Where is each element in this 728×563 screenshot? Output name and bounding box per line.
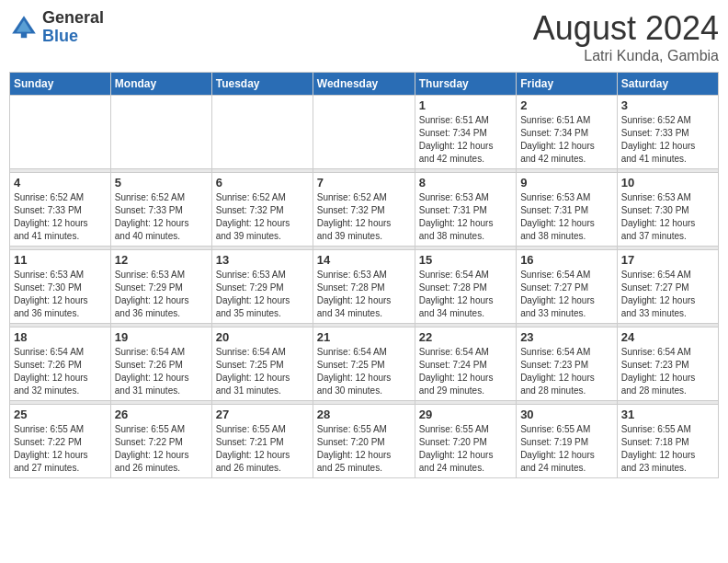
month-year-title: August 2024 xyxy=(533,9,719,48)
day-header-monday: Monday xyxy=(110,73,211,96)
title-block: August 2024 Latri Kunda, Gambia xyxy=(533,9,719,64)
day-number: 4 xyxy=(14,176,107,190)
calendar-week-row: 25Sunrise: 6:55 AM Sunset: 7:22 PM Dayli… xyxy=(10,405,719,478)
day-info: Sunrise: 6:52 AM Sunset: 7:33 PM Dayligh… xyxy=(115,191,208,243)
day-number: 26 xyxy=(115,408,208,421)
calendar-cell: 15Sunrise: 6:54 AM Sunset: 7:28 PM Dayli… xyxy=(415,250,516,324)
calendar-cell: 14Sunrise: 6:53 AM Sunset: 7:28 PM Dayli… xyxy=(313,250,415,324)
day-info: Sunrise: 6:55 AM Sunset: 7:20 PM Dayligh… xyxy=(317,423,411,475)
calendar-cell: 2Sunrise: 6:51 AM Sunset: 7:34 PM Daylig… xyxy=(517,96,618,169)
day-info: Sunrise: 6:53 AM Sunset: 7:28 PM Dayligh… xyxy=(317,269,411,320)
logo-icon xyxy=(9,13,39,42)
location-subtitle: Latri Kunda, Gambia xyxy=(533,48,719,64)
day-info: Sunrise: 6:54 AM Sunset: 7:26 PM Dayligh… xyxy=(14,346,107,397)
day-info: Sunrise: 6:54 AM Sunset: 7:23 PM Dayligh… xyxy=(621,346,714,397)
day-number: 11 xyxy=(14,253,107,267)
calendar-cell: 27Sunrise: 6:55 AM Sunset: 7:21 PM Dayli… xyxy=(211,405,313,478)
day-info: Sunrise: 6:52 AM Sunset: 7:33 PM Dayligh… xyxy=(621,114,714,166)
calendar-cell: 25Sunrise: 6:55 AM Sunset: 7:22 PM Dayli… xyxy=(10,405,111,478)
svg-rect-2 xyxy=(21,32,27,38)
calendar-cell: 28Sunrise: 6:55 AM Sunset: 7:20 PM Dayli… xyxy=(313,405,415,478)
calendar-cell: 30Sunrise: 6:55 AM Sunset: 7:19 PM Dayli… xyxy=(517,405,618,478)
day-info: Sunrise: 6:54 AM Sunset: 7:27 PM Dayligh… xyxy=(621,269,714,320)
day-number: 8 xyxy=(419,176,512,190)
day-info: Sunrise: 6:55 AM Sunset: 7:20 PM Dayligh… xyxy=(419,423,512,475)
day-info: Sunrise: 6:52 AM Sunset: 7:33 PM Dayligh… xyxy=(14,191,107,243)
calendar-cell xyxy=(211,96,313,169)
day-info: Sunrise: 6:53 AM Sunset: 7:30 PM Dayligh… xyxy=(14,269,107,320)
logo-general-text: General xyxy=(42,9,104,28)
day-info: Sunrise: 6:54 AM Sunset: 7:24 PM Dayligh… xyxy=(419,346,512,397)
calendar-cell xyxy=(10,96,111,169)
day-number: 22 xyxy=(419,330,512,344)
calendar-cell: 22Sunrise: 6:54 AM Sunset: 7:24 PM Dayli… xyxy=(415,327,516,401)
calendar-cell: 23Sunrise: 6:54 AM Sunset: 7:23 PM Dayli… xyxy=(517,327,618,401)
day-header-saturday: Saturday xyxy=(617,73,718,96)
calendar-cell: 16Sunrise: 6:54 AM Sunset: 7:27 PM Dayli… xyxy=(517,250,618,324)
day-number: 12 xyxy=(115,253,208,267)
calendar-week-row: 4Sunrise: 6:52 AM Sunset: 7:33 PM Daylig… xyxy=(10,173,719,247)
calendar-cell: 31Sunrise: 6:55 AM Sunset: 7:18 PM Dayli… xyxy=(617,405,718,478)
calendar-cell xyxy=(313,96,415,169)
day-number: 31 xyxy=(621,408,714,421)
day-header-friday: Friday xyxy=(517,73,618,96)
day-info: Sunrise: 6:54 AM Sunset: 7:26 PM Dayligh… xyxy=(115,346,208,397)
day-number: 28 xyxy=(317,408,411,421)
day-header-sunday: Sunday xyxy=(10,73,111,96)
day-number: 1 xyxy=(419,98,512,112)
calendar-cell: 6Sunrise: 6:52 AM Sunset: 7:32 PM Daylig… xyxy=(211,173,313,247)
calendar-cell: 19Sunrise: 6:54 AM Sunset: 7:26 PM Dayli… xyxy=(110,327,211,401)
day-number: 15 xyxy=(419,253,512,267)
calendar-cell: 7Sunrise: 6:52 AM Sunset: 7:32 PM Daylig… xyxy=(313,173,415,247)
calendar-cell: 26Sunrise: 6:55 AM Sunset: 7:22 PM Dayli… xyxy=(110,405,211,478)
day-header-tuesday: Tuesday xyxy=(211,73,313,96)
day-info: Sunrise: 6:55 AM Sunset: 7:19 PM Dayligh… xyxy=(520,423,613,475)
day-info: Sunrise: 6:55 AM Sunset: 7:22 PM Dayligh… xyxy=(14,423,107,475)
day-number: 5 xyxy=(115,176,208,190)
logo-blue-text: Blue xyxy=(42,28,104,46)
day-number: 7 xyxy=(317,176,411,190)
calendar-table: SundayMondayTuesdayWednesdayThursdayFrid… xyxy=(9,72,719,478)
calendar-cell: 18Sunrise: 6:54 AM Sunset: 7:26 PM Dayli… xyxy=(10,327,111,401)
calendar-cell: 12Sunrise: 6:53 AM Sunset: 7:29 PM Dayli… xyxy=(110,250,211,324)
day-number: 14 xyxy=(317,253,411,267)
day-info: Sunrise: 6:53 AM Sunset: 7:31 PM Dayligh… xyxy=(419,191,512,243)
calendar-cell: 24Sunrise: 6:54 AM Sunset: 7:23 PM Dayli… xyxy=(617,327,718,401)
day-info: Sunrise: 6:54 AM Sunset: 7:23 PM Dayligh… xyxy=(520,346,613,397)
day-info: Sunrise: 6:53 AM Sunset: 7:29 PM Dayligh… xyxy=(115,269,208,320)
page-header: General Blue August 2024 Latri Kunda, Ga… xyxy=(9,9,719,64)
day-number: 29 xyxy=(419,408,512,421)
day-info: Sunrise: 6:54 AM Sunset: 7:28 PM Dayligh… xyxy=(419,269,512,320)
day-number: 3 xyxy=(621,98,714,112)
day-number: 9 xyxy=(520,176,613,190)
day-header-wednesday: Wednesday xyxy=(313,73,415,96)
day-info: Sunrise: 6:55 AM Sunset: 7:18 PM Dayligh… xyxy=(621,423,714,475)
calendar-week-row: 11Sunrise: 6:53 AM Sunset: 7:30 PM Dayli… xyxy=(10,250,719,324)
calendar-cell: 11Sunrise: 6:53 AM Sunset: 7:30 PM Dayli… xyxy=(10,250,111,324)
day-number: 30 xyxy=(520,408,613,421)
day-number: 20 xyxy=(216,330,309,344)
day-info: Sunrise: 6:55 AM Sunset: 7:22 PM Dayligh… xyxy=(115,423,208,475)
day-number: 16 xyxy=(520,253,613,267)
calendar-cell: 4Sunrise: 6:52 AM Sunset: 7:33 PM Daylig… xyxy=(10,173,111,247)
calendar-cell: 5Sunrise: 6:52 AM Sunset: 7:33 PM Daylig… xyxy=(110,173,211,247)
calendar-cell: 20Sunrise: 6:54 AM Sunset: 7:25 PM Dayli… xyxy=(211,327,313,401)
logo-text: General Blue xyxy=(42,9,104,46)
day-number: 6 xyxy=(216,176,309,190)
day-number: 27 xyxy=(216,408,309,421)
calendar-cell: 8Sunrise: 6:53 AM Sunset: 7:31 PM Daylig… xyxy=(415,173,516,247)
calendar-cell: 3Sunrise: 6:52 AM Sunset: 7:33 PM Daylig… xyxy=(617,96,718,169)
day-header-thursday: Thursday xyxy=(415,73,516,96)
calendar-cell: 10Sunrise: 6:53 AM Sunset: 7:30 PM Dayli… xyxy=(617,173,718,247)
calendar-cell: 29Sunrise: 6:55 AM Sunset: 7:20 PM Dayli… xyxy=(415,405,516,478)
calendar-week-row: 1Sunrise: 6:51 AM Sunset: 7:34 PM Daylig… xyxy=(10,96,719,169)
day-number: 21 xyxy=(317,330,411,344)
day-info: Sunrise: 6:52 AM Sunset: 7:32 PM Dayligh… xyxy=(317,191,411,243)
calendar-cell: 21Sunrise: 6:54 AM Sunset: 7:25 PM Dayli… xyxy=(313,327,415,401)
day-number: 19 xyxy=(115,330,208,344)
day-info: Sunrise: 6:53 AM Sunset: 7:30 PM Dayligh… xyxy=(621,191,714,243)
calendar-week-row: 18Sunrise: 6:54 AM Sunset: 7:26 PM Dayli… xyxy=(10,327,719,401)
day-number: 18 xyxy=(14,330,107,344)
calendar-header-row: SundayMondayTuesdayWednesdayThursdayFrid… xyxy=(10,73,719,96)
calendar-cell: 13Sunrise: 6:53 AM Sunset: 7:29 PM Dayli… xyxy=(211,250,313,324)
